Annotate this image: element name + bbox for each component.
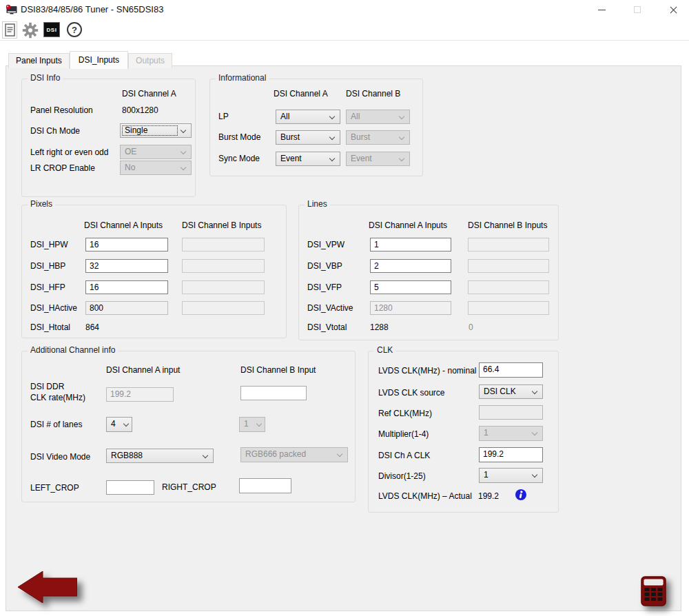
column-header-a: DSI Channel A input bbox=[106, 365, 180, 375]
burst-mode-b-select: Burst bbox=[346, 130, 410, 145]
dsi-vactive-a-input: 1280 bbox=[370, 301, 451, 315]
informational-group: Informational DSI Channel A DSI Channel … bbox=[209, 79, 423, 176]
divisor-select[interactable]: 1 bbox=[479, 468, 543, 483]
lvds-clk-actual-label: LVDS CLK(MHz) – Actual bbox=[378, 491, 472, 501]
dsi-htotal-label: DSI_Htotal bbox=[30, 322, 70, 332]
back-arrow-button[interactable] bbox=[18, 571, 77, 603]
group-title: Additional Channel info bbox=[28, 345, 118, 355]
burst-mode-label: Burst Mode bbox=[218, 132, 260, 142]
dsi-hfp-b-input bbox=[182, 280, 265, 294]
close-button[interactable] bbox=[657, 0, 689, 19]
column-header-a: DSI Channel A bbox=[274, 89, 328, 99]
lvds-clk-actual-value: 199.2 bbox=[478, 491, 499, 501]
dsi-ddr-b-input bbox=[240, 386, 307, 400]
lp-b-select: All bbox=[346, 110, 410, 124]
title-bar: DSI83/84/85/86 Tuner - SN65DSI83 bbox=[0, 0, 689, 19]
chevron-down-icon bbox=[399, 156, 404, 161]
additional-channel-group: Additional Channel info DSI Channel A in… bbox=[21, 351, 356, 502]
column-header-b: DSI Channel B bbox=[346, 89, 400, 99]
dsi-vfp-a-input[interactable]: 5 bbox=[370, 280, 451, 294]
sync-mode-a-value: Event bbox=[280, 154, 302, 163]
dsi-ch-a-clk-input[interactable]: 199.2 bbox=[479, 447, 543, 462]
dsi-hactive-b-input bbox=[182, 301, 265, 315]
dsi-hbp-label: DSI_HBP bbox=[30, 261, 65, 271]
group-title: Informational bbox=[216, 73, 269, 83]
dsi-vactive-b-input bbox=[468, 301, 549, 315]
pixels-group: Pixels DSI Channel A Inputs DSI Channel … bbox=[21, 205, 287, 338]
column-header-b: DSI Channel B Inputs bbox=[468, 220, 547, 230]
chevron-down-icon bbox=[181, 149, 186, 154]
dsi-vbp-label: DSI_VBP bbox=[307, 261, 342, 271]
dsi-vbp-b-input bbox=[468, 259, 549, 273]
help-button[interactable]: ? bbox=[67, 22, 82, 37]
tab-panel-inputs[interactable]: Panel Inputs bbox=[8, 53, 70, 68]
document-icon bbox=[5, 23, 15, 37]
lvds-clk-nominal-input[interactable]: 66.4 bbox=[479, 362, 543, 378]
dsi-hfp-label: DSI_HFP bbox=[30, 283, 65, 292]
dsi-hpw-label: DSI_HPW bbox=[30, 240, 68, 249]
dsi-hpw-a-input[interactable]: 16 bbox=[85, 238, 168, 251]
column-header-b: DSI Channel B Input bbox=[240, 365, 316, 375]
dsi-video-mode-a-value: RGB888 bbox=[111, 451, 143, 460]
settings-button[interactable] bbox=[21, 21, 39, 39]
left-right-value: OE bbox=[125, 147, 136, 156]
tab-outputs: Outputs bbox=[128, 53, 172, 68]
app-window: DSI83/84/85/86 Tuner - SN65DSI83 bbox=[0, 0, 689, 616]
dsi-video-mode-b-value: RGB666 packed bbox=[245, 449, 306, 459]
multiplier-label: Multiplier(1-4) bbox=[378, 429, 429, 439]
dsi-ch-mode-select[interactable]: Single bbox=[120, 123, 192, 138]
group-title: DSI Info bbox=[28, 73, 63, 83]
panel-resolution-value: 800x1280 bbox=[122, 105, 158, 115]
dsi-lanes-a-select[interactable]: 4 bbox=[106, 417, 132, 432]
dsi-hpw-b-input bbox=[182, 238, 265, 251]
dsi-lanes-a-value: 4 bbox=[111, 419, 116, 429]
help-icon: ? bbox=[72, 25, 77, 35]
dsi-vbp-a-input[interactable]: 2 bbox=[370, 259, 451, 273]
dsi-vpw-a-input[interactable]: 1 bbox=[370, 238, 451, 251]
group-title: CLK bbox=[374, 345, 395, 355]
tab-strip: Panel Inputs DSI_Inputs Outputs bbox=[8, 51, 172, 68]
dsi-inputs-page: DSI Info DSI Channel A Panel Resolution … bbox=[6, 65, 681, 611]
minimize-button[interactable] bbox=[586, 0, 617, 19]
dsi-ch-mode-label: DSI Ch Mode bbox=[30, 126, 80, 136]
multiplier-select: 1 bbox=[479, 426, 543, 441]
maximize-button[interactable] bbox=[621, 0, 653, 19]
group-title: Lines bbox=[305, 199, 330, 209]
clk-group: CLK LVDS CLK(MHz) - nominal 66.4 LVDS CL… bbox=[368, 351, 559, 513]
chevron-down-icon bbox=[203, 453, 208, 458]
dsi-vactive-label: DSI_VActive bbox=[307, 303, 353, 313]
lp-a-select[interactable]: All bbox=[276, 110, 340, 124]
lvds-clk-source-select[interactable]: DSI CLK bbox=[479, 384, 543, 399]
info-icon[interactable] bbox=[515, 489, 527, 501]
chevron-down-icon bbox=[337, 451, 342, 457]
dsi-vpw-b-input bbox=[468, 238, 549, 251]
dsi-video-mode-label: DSI Video Mode bbox=[30, 452, 90, 462]
lines-group: Lines DSI Channel A Inputs DSI Channel B… bbox=[298, 205, 559, 340]
dsi-button[interactable]: DSI bbox=[43, 22, 60, 37]
close-icon bbox=[669, 6, 678, 14]
minimize-icon bbox=[598, 10, 606, 10]
dsi-vtotal-b-value: 0 bbox=[469, 322, 473, 332]
dsi-video-mode-a-select[interactable]: RGB888 bbox=[106, 449, 214, 463]
dsi-hfp-a-input[interactable]: 16 bbox=[85, 280, 168, 294]
chevron-down-icon bbox=[532, 389, 537, 394]
tab-dsi-inputs[interactable]: DSI_Inputs bbox=[70, 51, 128, 69]
left-crop-input[interactable] bbox=[106, 480, 154, 495]
column-header-a: DSI Channel A Inputs bbox=[369, 220, 447, 230]
column-header-b: DSI Channel B Inputs bbox=[182, 220, 261, 230]
chevron-down-icon bbox=[399, 134, 404, 140]
app-icon bbox=[6, 4, 18, 15]
right-crop-input[interactable] bbox=[239, 478, 291, 493]
toolbar: DSI ? bbox=[0, 19, 689, 41]
sync-mode-a-select[interactable]: Event bbox=[276, 152, 340, 166]
lr-crop-select: No bbox=[120, 161, 192, 175]
dsi-ch-mode-value: Single bbox=[125, 125, 147, 135]
left-right-select: OE bbox=[120, 145, 192, 159]
chevron-down-icon bbox=[329, 134, 335, 140]
report-button[interactable] bbox=[2, 21, 17, 39]
dsi-hbp-a-input[interactable]: 32 bbox=[85, 259, 168, 273]
lvds-clk-source-value: DSI CLK bbox=[484, 387, 516, 396]
calculator-button[interactable] bbox=[641, 576, 666, 606]
burst-mode-a-select[interactable]: Burst bbox=[276, 130, 340, 145]
sync-mode-label: Sync Mode bbox=[218, 154, 260, 163]
